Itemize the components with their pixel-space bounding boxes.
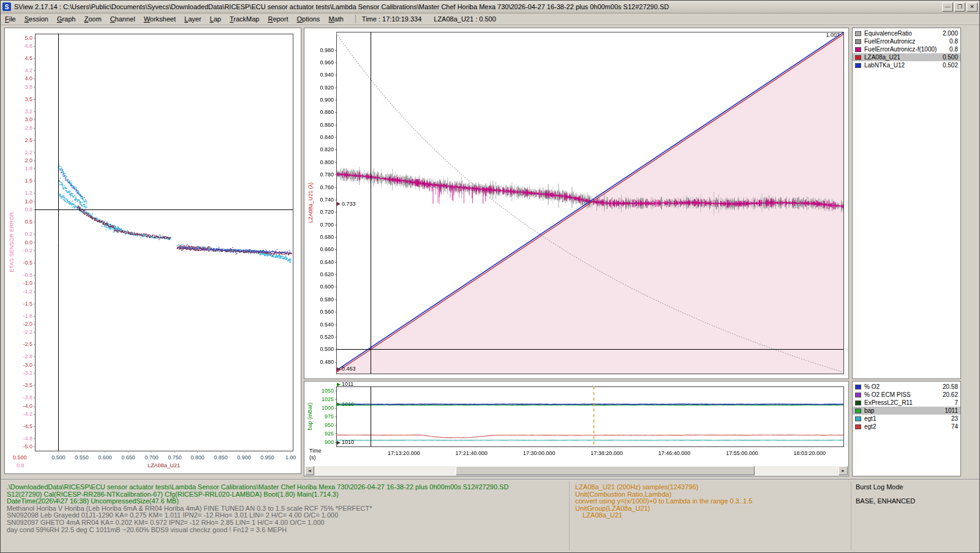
channel-name: LZA08a_U21 [864,54,943,61]
close-button[interactable]: ✕ [967,2,978,12]
channel-color-swatch [855,385,861,389]
channel-color-swatch [855,408,861,413]
channel-name: % O2 ECM PISS [864,391,943,398]
log-mode-info: Burst Log ModeBASE, ENHANCED [856,484,972,511]
channel-color-swatch [855,47,861,52]
channel-value: 0.8 [949,46,958,53]
bap-vs-time-chart[interactable] [304,382,848,466]
log-file-info: .\DownloadedData\RICESP\ECU sensor actua… [7,484,564,533]
lambda-vs-time-chart[interactable] [304,28,848,378]
info-line: LZA08a_U21 [575,512,845,519]
legend-row-egt2[interactable]: egt274 [853,423,960,431]
scroll-right-icon[interactable]: ► [839,466,848,475]
scroll-left-icon[interactable]: ◄ [305,466,314,475]
titlebar: S SView 2.17.14 : C:\Users\Public\Docume… [1,1,979,13]
channel-value: 0.502 [943,62,958,69]
app-icon: S [2,2,11,11]
channel-value: 2.000 [943,30,958,37]
info-line: BASE, ENHANCED [856,498,972,505]
info-line: Burst Log Mode [856,484,972,491]
info-line: day cond 59%RH 22.5 deg C 1011mB ~20.60%… [7,527,564,534]
menu-options[interactable]: Options [292,14,324,24]
info-line: .\DownloadedData\RICESP\ECU sensor actua… [7,484,564,491]
legend-row-o2-ecm-piss[interactable]: % O2 ECM PISS20.62 [853,391,960,399]
channel-color-swatch [855,31,861,36]
channel-value: 23 [951,415,958,422]
menu-channel[interactable]: Channel [106,14,140,24]
main-chart-legend: EquivalenceRatio2.000FuelErrorAutronicz0… [852,28,961,379]
scrollbar-thumb[interactable] [456,466,755,475]
window-title: SView 2.17.14 : C:\Users\Public\Document… [14,3,941,10]
menu-graph[interactable]: Graph [53,14,80,24]
channel-color-swatch [855,55,861,60]
channel-color-swatch [855,401,861,405]
menu-file[interactable]: File [1,14,20,24]
maximize-button[interactable]: ❐ [954,2,965,12]
info-line: SN092097 GHETO 4mA RR04 KA= 0.202 KM= 0.… [7,519,564,527]
legend-row-egt1[interactable]: egt123 [853,415,960,423]
info-divider [569,482,570,550]
menu-report[interactable]: Report [263,14,292,24]
bottom-chart-legend: % O220.58% O2 ECM PISS20.62ExPressL2C_R1… [852,381,961,476]
info-line: LZA08a_U21 (200Hz) samples(1243796) [575,484,845,491]
channel-color-swatch [855,424,861,429]
window-controls: — ❐ ✕ [941,2,978,12]
legend-row-fuelerrorautronicz-f-1000[interactable]: FuelErrorAutronicz-f(1000)0.8 [853,45,960,53]
channel-color-swatch [855,63,861,68]
legend-row-bap[interactable]: bap1011 [853,407,960,415]
channel-value: 20.58 [943,383,958,390]
error-vs-lambda-chart[interactable] [5,28,301,473]
legend-row-expressl2c-r11[interactable]: ExPressL2C_R117 [853,399,960,407]
readout-value: LZA08a_U21 : 0.500 [434,15,496,23]
info-divider [851,482,851,550]
menu-layer[interactable]: Layer [180,14,206,24]
lambda-chart-panel [304,28,849,379]
time-scrollbar[interactable]: ◄ ► [305,466,848,475]
log-info-bar: .\DownloadedData\RICESP\ECU sensor actua… [1,479,979,552]
scrollbar-track[interactable] [314,466,839,475]
legend-row-equivalenceratio[interactable]: EquivalenceRatio2.000 [853,29,960,37]
menu-math[interactable]: Math [324,14,347,24]
bap-chart-panel: ◄ ► [304,381,849,476]
channel-name: egt1 [864,415,951,422]
channel-value: 7 [954,399,958,406]
channel-name: FuelErrorAutronicz [864,38,949,45]
channel-color-swatch [855,39,861,44]
legend-row-labntka-u12[interactable]: LabNTKa_U120.502 [853,61,960,69]
channel-color-swatch [855,416,861,421]
minimize-button[interactable]: — [942,2,953,12]
cursor-readout: Time : 17:10:19.334 LZA08a_U21 : 0.500 [355,15,496,23]
readout-time: Time : 17:10:19.334 [362,15,421,23]
channel-value: 1011 [944,407,958,414]
menu-worksheet[interactable]: Worksheet [140,14,180,24]
menu-lap[interactable]: Lap [206,14,225,24]
channel-value: 0.8 [949,38,958,45]
legend-row-fuelerrorautronicz[interactable]: FuelErrorAutronicz0.8 [853,37,960,45]
channel-value: 0.500 [943,54,958,61]
channel-name: FuelErrorAutronicz-f(1000) [864,46,949,53]
channel-value: 74 [951,423,958,430]
channel-unit-info: LZA08a_U21 (200Hz) samples(1243796)Unit(… [575,484,845,519]
legend-row-o2[interactable]: % O220.58 [853,383,960,391]
channel-name: bap [864,407,944,414]
channel-name: ExPressL2C_R11 [864,399,954,406]
menu-trackmap[interactable]: TrackMap [225,14,264,24]
menu-zoom[interactable]: Zoom [80,14,105,24]
menubar: FileSessionGraphZoomChannelWorksheetLaye… [1,13,979,25]
channel-color-swatch [855,393,861,397]
channel-name: EquivalenceRatio [864,30,943,37]
channel-name: % O2 [864,383,943,390]
channel-name: LabNTKa_U12 [864,62,943,69]
channel-value: 20.62 [943,391,958,398]
channel-name: egt2 [864,423,951,430]
error-chart-panel [4,28,301,474]
legend-row-lza08a-u21[interactable]: LZA08a_U210.500 [853,53,960,61]
menu-session[interactable]: Session [20,14,53,24]
menu-items: FileSessionGraphZoomChannelWorksheetLaye… [1,14,348,24]
